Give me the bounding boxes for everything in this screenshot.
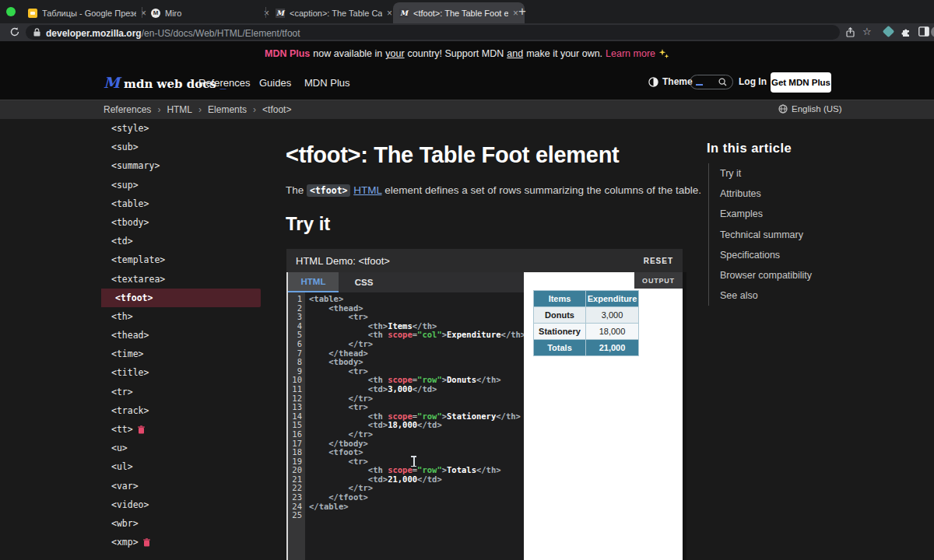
sidebar-item-label: <wbr> <box>111 514 139 533</box>
sidebar-item-label: <tfoot> <box>115 289 153 307</box>
sidebar-item-label: <tt> <box>111 420 133 439</box>
code-token-pun <box>309 321 368 331</box>
line-number: 23 <box>288 493 305 502</box>
breadcrumb-tfoot[interactable]: <tfoot> <box>262 104 291 115</box>
tab-html[interactable]: HTML <box>288 272 339 292</box>
get-mdn-plus-button[interactable]: Get MDN Plus <box>771 72 831 93</box>
sidebar-item-tt[interactable]: <tt> <box>101 420 288 439</box>
extension-diamond-icon[interactable] <box>883 26 895 38</box>
tab-title: Таблицы - Google Презентац <box>42 9 136 18</box>
sidebar-item-label: <td> <box>111 232 133 250</box>
sidebar-item-textarea[interactable]: <textarea> <box>101 270 288 289</box>
search-input[interactable] <box>690 75 733 89</box>
browser-tab-caption[interactable]: M <caption>: The Table Caption × <box>269 2 399 23</box>
sidebar-item-table[interactable]: <table> <box>101 194 288 213</box>
browser-tab-tfoot-active[interactable]: M <tfoot>: The Table Foot elemen × <box>393 2 525 23</box>
sidebar-item-summary[interactable]: <summary> <box>101 156 288 175</box>
sidebar-item-ul[interactable]: <ul> <box>101 457 288 476</box>
sidebar-item-video[interactable]: <video> <box>101 495 288 514</box>
sidebar-item-u[interactable]: <u> <box>101 439 288 457</box>
output-table-body: ItemsExpenditureDonuts3,000Stationery18,… <box>534 291 639 356</box>
code-token-tag: </th> <box>496 411 521 421</box>
tab-css[interactable]: CSS <box>339 272 389 292</box>
breadcrumb-references[interactable]: References <box>104 104 151 115</box>
sidebar-item-template[interactable]: <template> <box>101 250 288 269</box>
sidebar-item-var[interactable]: <var> <box>101 477 288 495</box>
toc-list: Try itAttributesExamplesTechnical summar… <box>708 163 812 306</box>
deprecated-trash-icon <box>143 538 150 547</box>
code-token-tag: </table> <box>309 502 349 511</box>
banner-learn-more-link[interactable]: Learn more <box>606 48 655 59</box>
code-token-val: "col" <box>417 330 442 339</box>
sidebar-item-wbr[interactable]: <wbr> <box>101 514 288 533</box>
chevron-right-icon: › <box>253 104 256 115</box>
code-line: 25 <box>288 511 524 520</box>
sidebar-item-xmp[interactable]: <xmp> <box>101 533 288 551</box>
toc-item-see-also[interactable]: See also <box>720 285 812 306</box>
theme-toggle[interactable]: Theme <box>648 76 693 87</box>
miro-icon: M <box>151 9 160 18</box>
tab-close-icon[interactable]: × <box>513 8 518 19</box>
banner-text-underlined: your <box>385 48 404 59</box>
mdn-plus-banner: MDN Plus now available in your country! … <box>0 43 934 65</box>
breadcrumb-html[interactable]: HTML <box>167 104 192 115</box>
output-table-cell: Expenditure <box>586 291 639 307</box>
sidebar-item-label: <time> <box>111 345 144 363</box>
extensions-puzzle-icon[interactable] <box>901 26 911 37</box>
code-editor[interactable]: 1<table>2 <thead>3 <tr>4 <th>Items</th>5… <box>288 292 524 560</box>
profile-avatar[interactable] <box>931 26 934 37</box>
line-number: 18 <box>288 448 305 457</box>
sidebar-item-time[interactable]: <time> <box>101 345 288 363</box>
toc-item-attributes[interactable]: Attributes <box>720 184 812 204</box>
sidebar-item-title[interactable]: <title> <box>101 363 288 382</box>
toc-item-technical-summary[interactable]: Technical summary <box>720 225 812 245</box>
url-domain: developer.mozilla.org <box>46 28 142 39</box>
bookmark-star-icon[interactable]: ☆ <box>862 26 872 37</box>
code-token-pun <box>309 474 368 484</box>
sidebar-item-sub[interactable]: <sub> <box>101 138 288 156</box>
toc-item-browser-compatibility[interactable]: Browser compatibility <box>720 265 812 285</box>
code-text <box>305 511 309 520</box>
login-link[interactable]: Log In <box>739 76 767 87</box>
code-token-tag: </tr> <box>349 339 374 348</box>
sidebar-item-tbody[interactable]: <tbody> <box>101 213 288 232</box>
browser-tab-slides[interactable]: Таблицы - Google Презентац × <box>22 2 153 23</box>
code-token-tag: <td> <box>368 384 388 394</box>
breadcrumb-elements[interactable]: Elements <box>208 104 247 115</box>
side-panel-icon[interactable] <box>918 26 929 37</box>
code-token-txt: 21,000 <box>388 474 417 484</box>
sidebar-item-label: <ul> <box>111 457 133 476</box>
banner-text: now available in <box>313 48 382 59</box>
browser-tabstrip: Таблицы - Google Презентац × M Miro × M … <box>0 0 934 23</box>
reset-button[interactable]: RESET <box>644 257 673 265</box>
html-link[interactable]: HTML <box>353 184 381 196</box>
code-token-attr: scope <box>388 465 413 474</box>
line-number: 2 <box>288 304 305 313</box>
globe-icon <box>778 104 788 114</box>
url-bar[interactable]: developer.mozilla.org/en-US/docs/Web/HTM… <box>26 25 840 40</box>
browser-tab-miro[interactable]: M Miro × <box>145 2 276 23</box>
nav-references[interactable]: References <box>198 77 250 89</box>
sidebar-item-sup[interactable]: <sup> <box>101 176 288 194</box>
sidebar-item-thead[interactable]: <thead> <box>101 326 288 345</box>
window-control-green[interactable] <box>6 7 16 16</box>
new-tab-button[interactable]: + <box>518 4 526 19</box>
sidebar-item-td[interactable]: <td> <box>101 232 288 250</box>
sidebar-item-tr[interactable]: <tr> <box>101 383 288 401</box>
share-icon[interactable] <box>845 27 855 37</box>
code-token-pun <box>309 339 349 348</box>
language-switcher[interactable]: English (US) <box>778 104 842 114</box>
sidebar-item-track[interactable]: <track> <box>101 401 288 420</box>
code-token-val: "row" <box>417 465 442 474</box>
toc-item-examples[interactable]: Examples <box>720 204 812 224</box>
nav-mdn-plus[interactable]: MDN Plus <box>304 77 350 89</box>
sidebar-item-th[interactable]: <th> <box>101 307 288 326</box>
reload-icon[interactable] <box>9 26 20 37</box>
tab-close-icon[interactable]: × <box>387 8 392 19</box>
editor-column: HTML CSS 1<table>2 <thead>3 <tr>4 <th>It… <box>286 272 524 560</box>
sidebar-item-style[interactable]: <style> <box>101 119 288 138</box>
sidebar-item-tfoot[interactable]: <tfoot> <box>101 289 261 307</box>
nav-guides[interactable]: Guides <box>259 77 291 89</box>
toc-item-try-it[interactable]: Try it <box>720 163 812 184</box>
toc-item-specifications[interactable]: Specifications <box>720 245 812 265</box>
